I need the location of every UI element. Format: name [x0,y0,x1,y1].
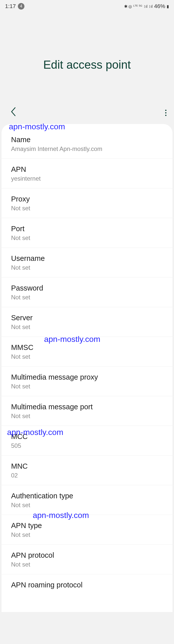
setting-value: Not set [11,413,163,420]
more-options-button[interactable] [165,110,166,116]
setting-value: Not set [11,264,163,271]
setting-value: Not set [11,353,163,360]
back-button[interactable] [10,107,17,119]
nav-row [0,104,174,124]
setting-row-mms-proxy[interactable]: Multimedia message proxy Not set [2,367,172,396]
setting-row-mnc[interactable]: MNC 02 [2,456,172,485]
chevron-left-icon [10,107,17,117]
setting-row-server[interactable]: Server Not set [2,307,172,337]
setting-label: Username [11,254,163,263]
setting-value: Not set [11,234,163,242]
setting-label: Multimedia message proxy [11,373,163,381]
setting-row-mcc[interactable]: MCC 505 [2,426,172,456]
setting-value: Not set [11,205,163,212]
page-title: Edit access point [0,58,174,71]
status-bar: 1:17 4 ✱ ◎ ᴸᵀᴱ ⁵ᴳ ⫶ıl ⫶ıl 46% ▮ [0,0,174,13]
setting-label: MCC [11,432,163,441]
setting-row-auth-type[interactable]: Authentication type Not set [2,485,172,515]
setting-row-apn-protocol[interactable]: APN protocol Not set [2,545,172,574]
setting-label: APN [11,165,163,174]
setting-value: Not set [11,294,163,301]
setting-value: Not set [11,324,163,331]
setting-row-apn-roaming-protocol[interactable]: APN roaming protocol [2,574,172,597]
status-right: ✱ ◎ ᴸᵀᴱ ⁵ᴳ ⫶ıl ⫶ıl 46% ▮ [124,3,169,10]
setting-value: Not set [11,383,163,390]
setting-row-password[interactable]: Password Not set [2,277,172,307]
setting-row-apn[interactable]: APN yesinternet [2,159,172,188]
setting-value: yesinternet [11,175,163,182]
setting-row-mmsc[interactable]: MMSC Not set [2,337,172,367]
setting-label: Multimedia message port [11,403,163,411]
header-area: Edit access point [0,13,174,104]
status-time: 1:17 [5,3,16,10]
setting-label: Proxy [11,195,163,203]
setting-label: Password [11,284,163,292]
setting-row-apn-type[interactable]: APN type Not set [2,515,172,545]
notification-count-badge: 4 [18,3,24,10]
setting-label: Authentication type [11,492,163,500]
setting-value: Not set [11,502,163,509]
setting-row-proxy[interactable]: Proxy Not set [2,188,172,218]
setting-value: Not set [11,561,163,568]
battery-percent: 46% [154,3,165,10]
setting-label: APN type [11,521,163,530]
settings-card: Name Amaysim Internet Apn-mostly.com APN… [2,124,172,612]
status-left: 1:17 4 [5,3,24,10]
setting-label: APN protocol [11,551,163,559]
setting-row-name[interactable]: Name Amaysim Internet Apn-mostly.com [2,127,172,159]
setting-label: APN roaming protocol [11,581,163,589]
setting-row-username[interactable]: Username Not set [2,248,172,277]
setting-label: Port [11,225,163,233]
status-icons: ✱ ◎ ᴸᵀᴱ ⁵ᴳ ⫶ıl ⫶ıl [124,4,153,9]
setting-label: Server [11,314,163,322]
setting-label: Name [11,136,163,144]
setting-label: MNC [11,462,163,470]
setting-value: Not set [11,531,163,538]
setting-row-port[interactable]: Port Not set [2,218,172,248]
setting-value: 505 [11,442,163,449]
setting-label: MMSC [11,343,163,352]
more-vertical-icon [165,110,166,116]
setting-row-mms-port[interactable]: Multimedia message port Not set [2,396,172,426]
battery-icon: ▮ [167,4,169,9]
setting-value: 02 [11,472,163,479]
setting-value: Amaysim Internet Apn-mostly.com [11,145,163,152]
